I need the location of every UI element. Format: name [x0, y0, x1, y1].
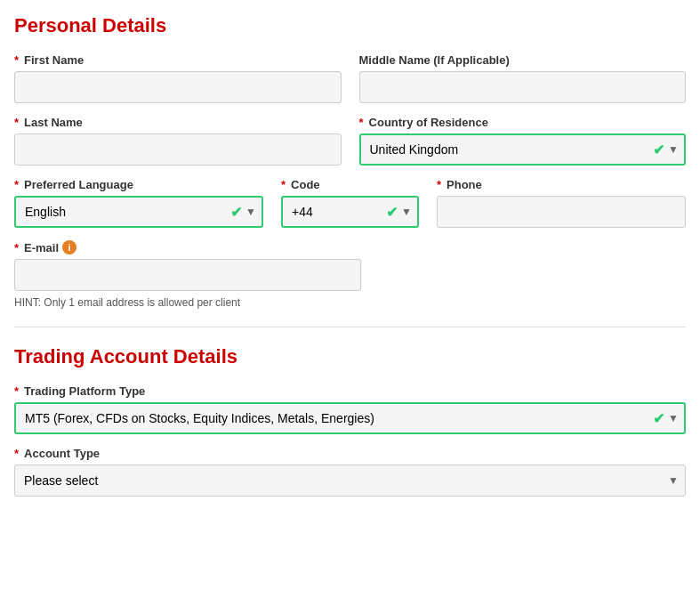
code-select[interactable]: +44 +1 +33 +49 [281, 196, 419, 228]
row-name: * First Name Middle Name (If Applicable) [14, 53, 686, 103]
phone-col: * Phone [437, 178, 686, 228]
account-type-required-star: * [14, 447, 19, 460]
first-name-required-star: * [14, 53, 19, 67]
code-col: * Code +44 +1 +33 +49 ✔ ▼ [281, 178, 419, 228]
personal-details-title: Personal Details [14, 14, 686, 37]
code-required-star: * [281, 178, 286, 191]
first-name-col: * First Name [14, 53, 342, 103]
code-select-wrapper: +44 +1 +33 +49 ✔ ▼ [281, 196, 419, 228]
row-platform: * Trading Platform Type MT5 (Forex, CFDs… [14, 384, 686, 434]
account-type-select[interactable]: Please select Standard Pro [14, 465, 686, 497]
account-type-col: * Account Type Please select Standard Pr… [14, 447, 686, 497]
phone-label: * Phone [437, 178, 686, 191]
last-name-label: * Last Name [14, 116, 342, 129]
email-label: * E-mail i [14, 240, 361, 255]
platform-required-star: * [14, 384, 19, 398]
middle-name-label: Middle Name (If Applicable) [359, 53, 687, 67]
first-name-label: * First Name [14, 53, 342, 67]
country-col: * Country of Residence United Kingdom Un… [359, 116, 687, 166]
personal-details-section: Personal Details * First Name Middle Nam… [14, 14, 686, 309]
country-select[interactable]: United Kingdom United States Germany Fra… [359, 133, 687, 166]
trading-account-section: Trading Account Details * Trading Platfo… [14, 345, 686, 497]
trading-details-title: Trading Account Details [14, 345, 686, 368]
language-col: * Preferred Language English French Germ… [14, 178, 263, 228]
last-name-input[interactable] [14, 133, 342, 166]
last-name-required-star: * [14, 116, 19, 129]
account-type-label: * Account Type [14, 447, 686, 460]
email-hint: HINT: Only 1 email address is allowed pe… [14, 296, 361, 309]
country-label: * Country of Residence [359, 116, 687, 129]
account-type-select-wrapper: Please select Standard Pro ▼ [14, 465, 686, 497]
platform-label: * Trading Platform Type [14, 384, 686, 398]
section-divider [14, 327, 686, 327]
phone-required-star: * [437, 178, 441, 191]
middle-name-col: Middle Name (If Applicable) [359, 53, 687, 103]
middle-name-input[interactable] [359, 71, 687, 103]
row-lang-phone: * Preferred Language English French Germ… [14, 178, 686, 228]
platform-col: * Trading Platform Type MT5 (Forex, CFDs… [14, 384, 686, 434]
row-email: * E-mail i HINT: Only 1 email address is… [14, 240, 686, 309]
email-input[interactable] [14, 259, 361, 291]
language-select-wrapper: English French German Spanish ✔ ▼ [14, 196, 263, 228]
email-info-icon[interactable]: i [62, 240, 76, 255]
country-required-star: * [359, 116, 364, 129]
email-required-star: * [14, 241, 19, 255]
platform-select[interactable]: MT5 (Forex, CFDs on Stocks, Equity Indic… [14, 402, 686, 434]
language-select[interactable]: English French German Spanish [14, 196, 263, 228]
language-label: * Preferred Language [14, 178, 263, 191]
email-col: * E-mail i HINT: Only 1 email address is… [14, 240, 361, 309]
row-account-type: * Account Type Please select Standard Pr… [14, 447, 686, 497]
last-name-col: * Last Name [14, 116, 342, 166]
phone-input[interactable] [437, 196, 686, 228]
platform-select-wrapper: MT5 (Forex, CFDs on Stocks, Equity Indic… [14, 402, 686, 434]
country-select-wrapper: United Kingdom United States Germany Fra… [359, 133, 687, 166]
code-label: * Code [281, 178, 419, 191]
first-name-input[interactable] [14, 71, 342, 103]
row-last-country: * Last Name * Country of Residence Unite… [14, 116, 686, 166]
language-required-star: * [14, 178, 19, 191]
